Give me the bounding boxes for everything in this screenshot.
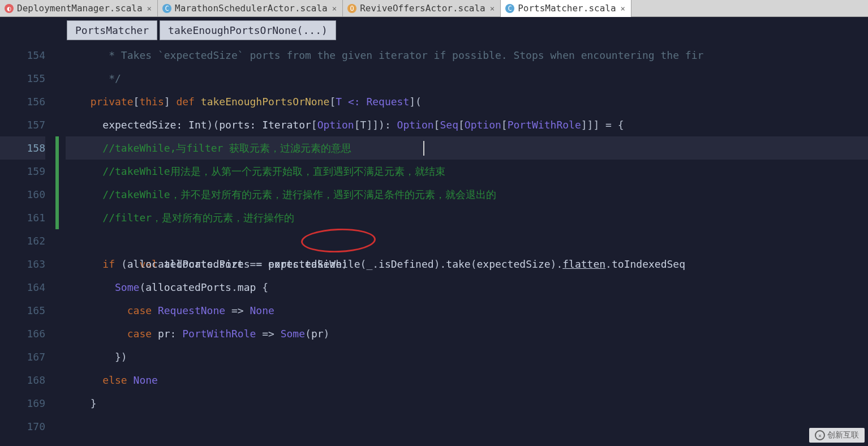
method-call: map xyxy=(238,281,256,293)
doc-comment: * Takes `expectedSize` ports from the gi… xyxy=(102,49,703,61)
type: None xyxy=(134,374,158,386)
line-number: 161 xyxy=(0,206,45,229)
text-caret xyxy=(423,141,424,156)
keyword: else xyxy=(102,374,127,386)
breadcrumb-class[interactable]: PortsMatcher xyxy=(67,20,157,40)
identifier: allocatedPorts xyxy=(127,258,213,270)
parameter: ports: Iterator xyxy=(219,119,311,131)
keyword: this xyxy=(139,96,164,108)
code-line[interactable]: } xyxy=(66,392,868,415)
line-number: 169 xyxy=(0,392,45,415)
type: Some xyxy=(281,328,305,340)
type: PortWithRole xyxy=(508,119,581,131)
tab-label: MarathonSchedulerActor.scala xyxy=(175,3,328,14)
code-line[interactable]: */ xyxy=(66,67,868,90)
close-icon[interactable]: × xyxy=(489,4,496,13)
tab-label: DeploymentManager.scala xyxy=(17,3,143,14)
line-number: 154 xyxy=(0,44,45,67)
code-line[interactable]: expectedSize: Int)(ports: Iterator[Optio… xyxy=(66,113,868,136)
line-number: 168 xyxy=(0,368,45,392)
code-line[interactable]: Some(allocatedPorts.map { xyxy=(66,276,868,299)
identifier: expectedSize xyxy=(268,258,342,270)
line-number: 162 xyxy=(0,229,45,252)
method-call: size xyxy=(219,258,243,270)
line-number: 167 xyxy=(0,345,45,368)
keyword: case xyxy=(127,328,152,340)
code-line[interactable]: //takeWhile用法是，从第一个元素开始取，直到遇到不满足元素，就结束 xyxy=(66,160,868,183)
line-number: 160 xyxy=(0,183,45,206)
keyword: case xyxy=(127,305,152,316)
line-number: 170 xyxy=(0,415,45,438)
tab-label: PortsMatcher.scala xyxy=(518,3,616,14)
line-comment: //takeWhile，并不是对所有的元素，进行操作，遇到不满足条件的元素，就会… xyxy=(102,188,496,200)
code-line[interactable]: case RequestNone => None xyxy=(66,299,868,322)
line-number-gutter: 154 155 156 157 158 159 160 161 162 163 … xyxy=(0,44,55,438)
line-number: 158 xyxy=(0,136,45,160)
identifier: pr xyxy=(158,328,170,340)
highlight-ellipse-annotation xyxy=(300,228,376,254)
line-number: 163 xyxy=(0,252,45,276)
fold-column xyxy=(59,44,66,438)
scala-file-icon: ◐ xyxy=(5,4,14,13)
parameter: expectedSize: Int xyxy=(102,119,207,131)
tab-revive-offers[interactable]: O ReviveOffersActor.scala × xyxy=(343,0,501,17)
tab-ports-matcher[interactable]: C PortsMatcher.scala × xyxy=(501,0,631,17)
code-line[interactable]: if (allocatedPorts.size == expectedSize) xyxy=(66,252,868,276)
line-comment: //takeWhile,与filter 获取元素，过滤元素的意思 xyxy=(102,142,351,154)
line-number: 157 xyxy=(0,113,45,136)
brace: }) xyxy=(115,351,127,363)
editor-tabs-bar: ◐ DeploymentManager.scala × C MarathonSc… xyxy=(0,0,868,17)
breadcrumb-bar: PortsMatcher takeEnoughPortsOrNone(...) xyxy=(0,17,868,44)
scala-class-icon: C xyxy=(505,4,514,13)
breadcrumb-method[interactable]: takeEnoughPortsOrNone(...) xyxy=(160,20,336,40)
line-number: 166 xyxy=(0,322,45,345)
line-comment: //filter，是对所有的元素，进行操作的 xyxy=(102,212,294,224)
type: PortWithRole xyxy=(182,328,256,340)
tab-label: ReviveOffersActor.scala xyxy=(360,3,485,14)
scala-object-icon: O xyxy=(347,4,356,13)
watermark-text: 创新互联 xyxy=(827,430,859,440)
type: Option xyxy=(465,119,501,131)
code-area[interactable]: * Takes `expectedSize` ports from the gi… xyxy=(66,44,868,438)
type: RequestNone xyxy=(158,305,225,316)
code-line[interactable]: private[this] def takeEnoughPortsOrNone[… xyxy=(66,90,868,113)
tab-deployment-manager[interactable]: ◐ DeploymentManager.scala × xyxy=(0,0,158,17)
line-number: 155 xyxy=(0,67,45,90)
code-line-current[interactable]: //takeWhile,与filter 获取元素，过滤元素的意思 xyxy=(66,136,868,160)
close-icon[interactable]: × xyxy=(146,4,153,13)
type: Option xyxy=(317,119,354,131)
line-number: 156 xyxy=(0,90,45,113)
watermark-logo-icon: ✕ xyxy=(815,430,825,440)
close-icon[interactable]: × xyxy=(331,4,338,13)
code-line[interactable]: else None xyxy=(66,368,868,392)
keyword: private xyxy=(91,96,134,108)
type: Some xyxy=(115,281,139,293)
method-name: takeEnoughPortsOrNone xyxy=(201,96,330,108)
code-line[interactable]: //filter，是对所有的元素，进行操作的 xyxy=(66,206,868,229)
type: Seq xyxy=(440,119,458,131)
identifier: allocatedPorts xyxy=(145,281,231,293)
scala-class-icon: C xyxy=(162,4,171,13)
line-number: 159 xyxy=(0,160,45,183)
line-number: 164 xyxy=(0,276,45,299)
close-icon[interactable]: × xyxy=(620,4,626,13)
keyword: def xyxy=(176,96,195,108)
tab-marathon-scheduler[interactable]: C MarathonSchedulerActor.scala × xyxy=(158,0,343,17)
code-line[interactable] xyxy=(66,415,868,438)
watermark: ✕ 创新互联 xyxy=(809,428,865,443)
code-line[interactable]: //takeWhile，并不是对所有的元素，进行操作，遇到不满足条件的元素，就会… xyxy=(66,183,868,206)
brace: } xyxy=(91,397,97,409)
code-editor[interactable]: 154 155 156 157 158 159 160 161 162 163 … xyxy=(0,44,868,438)
line-number: 165 xyxy=(0,299,45,322)
line-comment: //takeWhile用法是，从第一个元素开始取，直到遇到不满足元素，就结束 xyxy=(102,165,445,177)
code-line[interactable]: case pr: PortWithRole => Some(pr) xyxy=(66,322,868,345)
code-line[interactable]: val allocatedPorts = ports.takeWhile(_.i… xyxy=(66,229,868,252)
code-line[interactable]: }) xyxy=(66,345,868,368)
code-line[interactable]: * Takes `expectedSize` ports from the gi… xyxy=(66,44,868,67)
type-param: T <: Request xyxy=(336,96,409,108)
doc-comment: */ xyxy=(102,72,121,84)
type: Option xyxy=(397,119,434,131)
type: None xyxy=(250,305,274,316)
identifier: pr xyxy=(311,328,324,340)
keyword: if xyxy=(102,258,115,270)
